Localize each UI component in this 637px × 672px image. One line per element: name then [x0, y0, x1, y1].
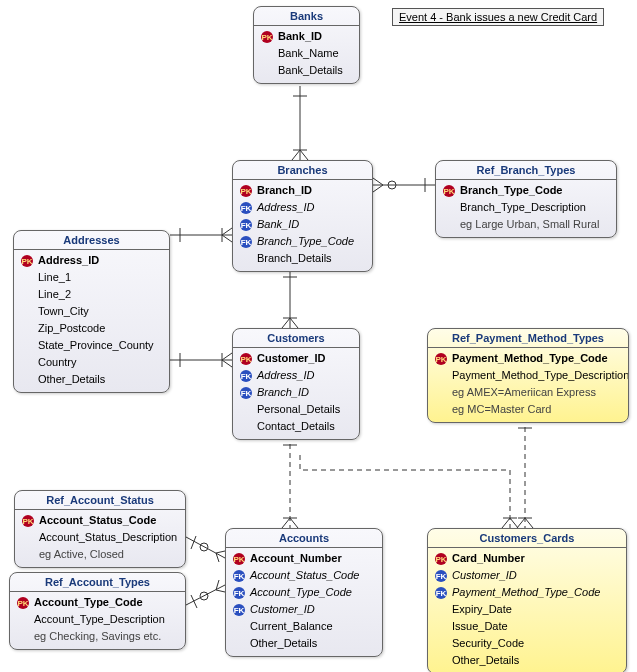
fk-icon: FK [232, 586, 246, 600]
svg-line-7 [373, 185, 383, 192]
attr-name: Account_Status_Description [39, 530, 179, 545]
svg-text:FK: FK [241, 372, 252, 381]
attr-name: Bank_ID [278, 29, 353, 44]
entity-title: Branches [233, 161, 372, 180]
attr-row: FKBranch_Type_Code [237, 233, 368, 250]
pk-icon: PK [434, 352, 448, 366]
attr-name: Customer_ID [257, 351, 353, 366]
svg-line-44 [191, 595, 197, 608]
attr-row: Bank_Name [258, 45, 355, 62]
attr-name: Branch_ID [257, 183, 366, 198]
svg-line-32 [510, 518, 518, 528]
attr-row: Security_Code [432, 635, 622, 652]
attr-name: Issue_Date [452, 619, 620, 634]
svg-line-6 [373, 178, 383, 185]
svg-line-36 [517, 518, 525, 528]
svg-line-18 [222, 360, 232, 367]
attr-row: eg AMEX=Ameriican Express [432, 384, 624, 401]
svg-text:PK: PK [17, 599, 28, 608]
attr-name: Town_City [38, 304, 163, 319]
blank-icon [260, 64, 274, 78]
entity-body: PKPayment_Method_Type_CodePayment_Method… [428, 348, 628, 422]
attr-name: Customer_ID [250, 602, 376, 617]
attr-name: Country [38, 355, 163, 370]
attr-row: Issue_Date [432, 618, 622, 635]
attr-row: PKAccount_Type_Code [14, 594, 181, 611]
entity-ref-account-types: Ref_Account_Types PKAccount_Type_CodeAcc… [9, 572, 186, 650]
fk-icon: FK [434, 586, 448, 600]
entity-title: Ref_Account_Types [10, 573, 185, 592]
pk-icon: PK [260, 30, 274, 44]
attr-name: Customer_ID [452, 568, 620, 583]
attr-name: Address_ID [38, 253, 163, 268]
pk-icon: PK [20, 254, 34, 268]
entity-title: Ref_Account_Status [15, 491, 185, 510]
attr-name: Branch_Details [257, 251, 366, 266]
svg-line-43 [186, 585, 225, 605]
attr-name: Address_ID [257, 200, 366, 215]
attr-name: Branch_ID [257, 385, 353, 400]
attr-name: eg Checking, Savings etc. [34, 629, 179, 644]
blank-icon [239, 252, 253, 266]
attr-row: FKAddress_ID [237, 367, 355, 384]
attr-name: Branch_Type_Code [257, 234, 366, 249]
entity-body: PKBranch_Type_CodeBranch_Type_Descriptio… [436, 180, 616, 237]
blank-icon [442, 201, 456, 215]
svg-line-41 [216, 551, 225, 553]
entity-body: PKBranch_IDFKAddress_IDFKBank_IDFKBranch… [233, 180, 372, 271]
attr-row: PKAddress_ID [18, 252, 165, 269]
svg-line-4 [300, 150, 308, 160]
entity-title: Accounts [226, 529, 382, 548]
entity-ref-account-status: Ref_Account_Status PKAccount_Status_Code… [14, 490, 186, 568]
attr-name: Other_Details [452, 653, 620, 668]
entity-title: Banks [254, 7, 359, 26]
svg-line-47 [216, 590, 225, 592]
attr-name: eg Active, Closed [39, 547, 179, 562]
pk-icon: PK [434, 552, 448, 566]
attr-row: Expiry_Date [432, 601, 622, 618]
attr-name: Payment_Method_Type_Description [452, 368, 629, 383]
svg-point-8 [388, 181, 396, 189]
blank-icon [232, 637, 246, 651]
blank-icon [16, 630, 30, 644]
svg-point-40 [200, 543, 208, 551]
entity-body: PKAccount_Type_CodeAccount_Type_Descript… [10, 592, 185, 649]
blank-icon [434, 603, 448, 617]
fk-icon: FK [232, 603, 246, 617]
attr-row: Payment_Method_Type_Description [432, 367, 624, 384]
svg-line-42 [216, 553, 219, 562]
blank-icon [20, 339, 34, 353]
attr-row: PKAccount_Status_Code [19, 512, 181, 529]
blank-icon [20, 271, 34, 285]
attr-row: Other_Details [18, 371, 165, 388]
entity-body: PKAccount_NumberFKAccount_Status_CodeFKA… [226, 548, 382, 656]
attr-name: Expiry_Date [452, 602, 620, 617]
attr-name: Account_Status_Code [250, 568, 376, 583]
attr-row: eg Checking, Savings etc. [14, 628, 181, 645]
svg-text:PK: PK [240, 187, 251, 196]
svg-line-29 [290, 518, 298, 528]
svg-text:FK: FK [234, 589, 245, 598]
attr-name: Account_Number [250, 551, 376, 566]
attr-row: FKCustomer_ID [230, 601, 378, 618]
svg-text:PK: PK [435, 355, 446, 364]
attr-row: eg MC=Master Card [432, 401, 624, 418]
blank-icon [260, 47, 274, 61]
attr-row: Other_Details [230, 635, 378, 652]
attr-row: eg Large Urban, Small Rural [440, 216, 612, 233]
pk-icon: PK [16, 596, 30, 610]
attr-name: Zip_Postcode [38, 321, 163, 336]
attr-name: Bank_ID [257, 217, 366, 232]
attr-row: State_Province_County [18, 337, 165, 354]
svg-text:FK: FK [241, 221, 252, 230]
attr-name: Other_Details [38, 372, 163, 387]
attr-row: Line_2 [18, 286, 165, 303]
attr-row: FKPayment_Method_Type_Code [432, 584, 622, 601]
attr-row: eg Active, Closed [19, 546, 181, 563]
attr-name: State_Province_County [38, 338, 163, 353]
svg-line-37 [525, 518, 533, 528]
svg-line-12 [222, 228, 232, 235]
entity-title: Customers_Cards [428, 529, 626, 548]
attr-row: Line_1 [18, 269, 165, 286]
attr-name: Bank_Name [278, 46, 353, 61]
